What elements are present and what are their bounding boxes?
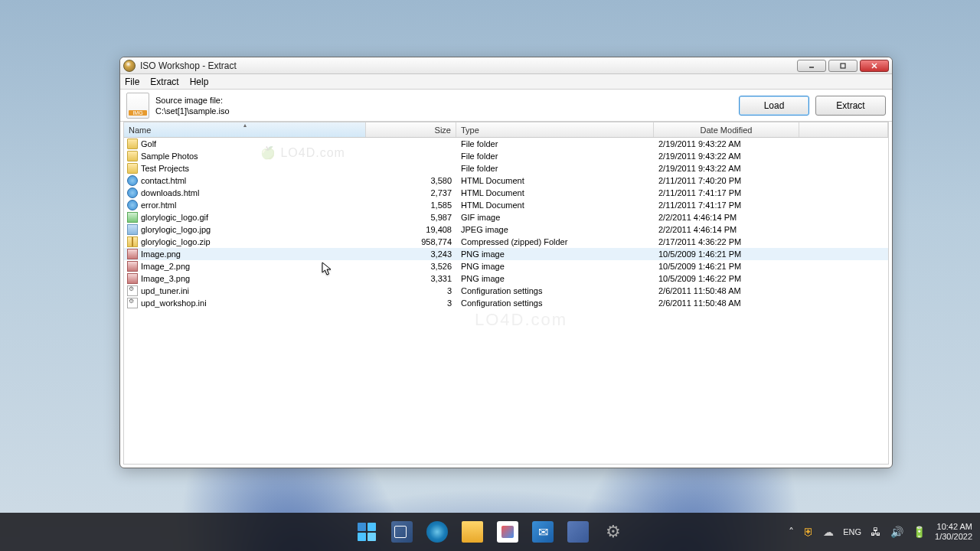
table-row[interactable]: Image_2.png3,526PNG image10/5/2009 1:46:… [124,260,888,272]
table-row[interactable]: glorylogic_logo.jpg19,408JPEG image2/2/2… [124,223,888,236]
file-name: Test Projects [141,164,189,173]
onedrive-icon[interactable]: ☁ [823,526,834,538]
extract-button[interactable]: Extract [815,96,886,116]
file-name: Image.png [141,249,181,259]
file-size: 19,408 [366,225,456,234]
file-type: PNG image [456,249,654,259]
file-date: 2/11/2011 7:41:17 PM [654,188,799,197]
file-name: glorylogic_logo.jpg [141,225,211,234]
settings-icon[interactable]: ⚙ [603,521,624,543]
file-name: Image_2.png [141,262,190,271]
file-size: 3 [366,298,456,308]
file-listview: Name▴ Size Type Date Modified GolfFile f… [123,122,889,465]
file-date: 2/6/2011 11:50:48 AM [654,286,799,295]
table-row[interactable]: Sample PhotosFile folder2/19/2011 9:43:2… [124,150,888,162]
table-row[interactable]: Image_3.png3,331PNG image10/5/2009 1:46:… [124,272,888,285]
file-date: 2/6/2011 11:50:48 AM [654,298,799,308]
listview-header: Name▴ Size Type Date Modified [124,122,888,138]
file-name: error.html [141,201,176,210]
column-extra[interactable] [799,122,888,137]
column-date[interactable]: Date Modified [654,122,799,137]
listview-body[interactable]: GolfFile folder2/19/2011 9:43:22 AMSampl… [124,138,888,464]
clock[interactable]: 10:42 AM 1/30/2022 [935,522,972,542]
file-date: 2/19/2011 9:43:22 AM [654,164,799,173]
task-view-icon[interactable] [391,521,413,543]
table-row[interactable]: glorylogic_logo.zip958,774Compressed (zi… [124,236,888,248]
file-size: 3,243 [366,249,456,259]
file-date: 10/5/2009 1:46:21 PM [654,262,799,271]
table-row[interactable]: Test ProjectsFile folder2/19/2011 9:43:2… [124,162,888,174]
network-icon[interactable]: 🖧 [871,526,881,538]
file-date: 10/5/2009 1:46:21 PM [654,249,799,259]
source-row: Source image file: C:\set[1]\sample.iso … [120,90,892,122]
file-date: 2/2/2011 4:46:14 PM [654,213,799,222]
menu-extract[interactable]: Extract [150,77,178,87]
folder-icon [127,163,138,174]
file-name: Sample Photos [141,152,198,161]
taskbar[interactable]: ⚙ ˄ ⛨ ☁ ENG 🖧 🔊 🔋 10:42 AM 1/30/2022 [0,513,980,551]
pinned-app-icon[interactable] [567,521,589,543]
app-icon [123,60,136,72]
edge-browser-icon[interactable] [426,521,448,543]
close-button[interactable] [860,60,889,72]
file-size: 1,585 [366,201,456,210]
file-type: Configuration settings [456,298,654,308]
file-explorer-icon[interactable] [462,521,483,543]
window-title: ISO Workshop - Extract [140,60,797,71]
table-row[interactable]: glorylogic_logo.gif5,987GIF image2/2/201… [124,211,888,223]
battery-icon[interactable]: 🔋 [913,526,926,538]
png-icon [127,273,138,284]
volume-icon[interactable]: 🔊 [890,526,903,538]
column-name[interactable]: Name▴ [124,122,366,137]
file-name: glorylogic_logo.zip [141,237,211,246]
file-size: 2,737 [366,188,456,197]
svg-rect-1 [841,64,845,68]
file-name: contact.html [141,176,186,185]
app-window: ISO Workshop - Extract File Extract Help… [119,57,893,468]
language-indicator[interactable]: ENG [843,527,861,536]
html-icon [127,187,138,198]
html-icon [127,200,138,210]
file-name: glorylogic_logo.gif [141,213,208,222]
table-row[interactable]: downloads.html2,737HTML Document2/11/201… [124,187,888,199]
file-type: HTML Document [456,176,654,185]
table-row[interactable]: GolfFile folder2/19/2011 9:43:22 AM [124,138,888,150]
menu-help[interactable]: Help [190,77,209,87]
folder-icon [127,151,138,161]
gif-icon [127,212,138,223]
file-type: GIF image [456,213,654,222]
file-name: Golf [141,139,156,148]
file-type: File folder [456,152,654,161]
file-date: 2/11/2011 7:41:17 PM [654,201,799,210]
png-icon [127,261,138,272]
load-button[interactable]: Load [739,96,809,116]
table-row[interactable]: error.html1,585HTML Document2/11/2011 7:… [124,199,888,211]
mail-icon[interactable] [532,521,554,543]
titlebar[interactable]: ISO Workshop - Extract [120,57,892,74]
security-icon[interactable]: ⛨ [803,526,814,538]
file-date: 2/19/2011 9:43:22 AM [654,139,799,148]
html-icon [127,175,138,186]
maximize-button[interactable] [828,60,858,72]
table-row[interactable]: Image.png3,243PNG image10/5/2009 1:46:21… [124,248,888,260]
source-file-icon [126,93,149,119]
menu-file[interactable]: File [125,77,139,87]
ini-icon [127,298,138,308]
jpg-icon [127,224,138,235]
table-row[interactable]: contact.html3,580HTML Document2/11/2011 … [124,174,888,187]
file-type: PNG image [456,274,654,283]
table-row[interactable]: upd_tuner.ini3Configuration settings2/6/… [124,285,888,297]
source-path: C:\set[1]\sample.iso [155,106,733,116]
start-button[interactable] [356,521,377,543]
minimize-button[interactable] [797,60,826,72]
source-label: Source image file: [155,95,733,106]
tray-chevron-icon[interactable]: ˄ [789,526,794,538]
column-size[interactable]: Size [366,122,456,137]
ini-icon [127,285,138,296]
file-name: upd_tuner.ini [141,286,189,295]
microsoft-store-icon[interactable] [497,521,518,543]
file-size: 3,526 [366,262,456,271]
file-date: 2/19/2011 9:43:22 AM [654,152,799,161]
table-row[interactable]: upd_workshop.ini3Configuration settings2… [124,297,888,309]
column-type[interactable]: Type [456,122,654,137]
